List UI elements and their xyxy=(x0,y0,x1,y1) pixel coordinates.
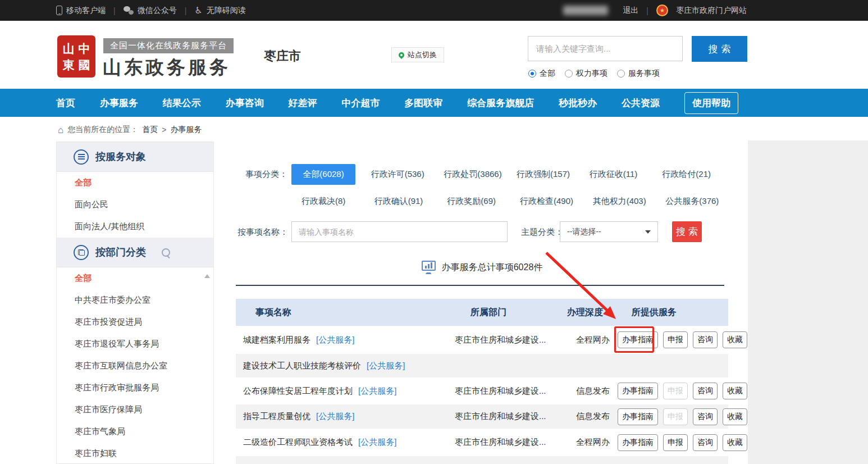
sidebar-dept-medical-insurance[interactable]: 枣庄市医疗保障局 xyxy=(57,399,213,421)
nav-multi-review[interactable]: 多图联审 xyxy=(404,97,442,110)
consult-button[interactable]: 咨询 xyxy=(693,434,718,451)
nav-help-button[interactable]: 使用帮助 xyxy=(684,92,738,114)
apply-button[interactable]: 申报 xyxy=(663,331,688,348)
public-service-tag[interactable]: [公共服务] xyxy=(316,411,354,422)
scrollbar-up-arrow[interactable] xyxy=(204,274,210,278)
sidebar-dept-veterans[interactable]: 枣庄市退役军人事务局 xyxy=(57,333,213,355)
category-tab-reward[interactable]: 行政奖励(69) xyxy=(437,196,510,207)
sidebar-dept-all[interactable]: 全部 xyxy=(57,267,213,289)
nav-public-resources[interactable]: 公共资源 xyxy=(622,97,660,110)
guide-button[interactable]: 办事指南 xyxy=(618,383,658,399)
radio-all[interactable]: 全部 xyxy=(528,69,555,79)
item-name-input[interactable] xyxy=(292,222,507,242)
guide-button[interactable]: 办事指南 xyxy=(618,408,658,425)
public-service-tag[interactable]: [公共服务] xyxy=(367,361,405,371)
accessibility-link[interactable]: ♿ 无障碍阅读 xyxy=(194,6,245,16)
separator: | xyxy=(646,6,648,15)
main-nav: 首页 办事服务 结果公示 办事咨询 好差评 中介超市 多图联审 综合服务旗舰店 … xyxy=(0,89,868,117)
sidebar: 按服务对象 全部 面向公民 面向法人/其他组织 按部门分类 全部 中共枣庄市委办… xyxy=(56,142,214,464)
sidebar-dept-internet-info[interactable]: 枣庄市互联网信息办公室 xyxy=(57,355,213,377)
sidebar-dept-committee-office[interactable]: 中共枣庄市委办公室 xyxy=(57,289,213,311)
favorite-button[interactable]: 收藏 xyxy=(723,408,747,425)
consult-button[interactable]: 咨询 xyxy=(693,408,718,425)
filter-search-button[interactable]: 搜索 xyxy=(672,221,702,242)
search-icon[interactable] xyxy=(162,248,170,257)
category-tab-ruling[interactable]: 行政裁决(8) xyxy=(291,196,364,207)
item-depth: 信息发布 xyxy=(559,386,609,397)
guide-button[interactable]: 办事指南 xyxy=(618,331,658,348)
category-tab-confirmation[interactable]: 行政确认(91) xyxy=(364,196,437,207)
apply-button[interactable]: 申报 xyxy=(663,434,688,451)
radio-service-items[interactable]: 服务事项 xyxy=(617,69,660,79)
item-name-link[interactable]: 公布保障性安居工程年度计划 xyxy=(243,386,353,397)
guide-button[interactable]: 办事指南 xyxy=(618,434,658,451)
wechat-link[interactable]: 微信公众号 xyxy=(124,6,177,16)
site-title: 山东政务服务 xyxy=(103,55,231,80)
consult-button[interactable]: 咨询 xyxy=(693,383,718,399)
favorite-button[interactable]: 收藏 xyxy=(723,383,747,399)
radio-all-label: 全部 xyxy=(540,69,555,79)
breadcrumb-prefix: 您当前所在的位置： xyxy=(67,125,138,135)
topic-select[interactable]: --请选择-- xyxy=(560,221,658,242)
nav-rating[interactable]: 好差评 xyxy=(289,97,317,110)
category-tab-coercion[interactable]: 行政强制(157) xyxy=(510,169,583,180)
item-name-link[interactable]: 二级造价工程师职业资格考试 xyxy=(243,437,353,448)
item-name-link[interactable]: 指导工程质量创优 xyxy=(243,411,310,422)
logout-button[interactable]: 退出 xyxy=(623,6,638,16)
topbar-right: 退出 | ★ 枣庄市政府门户网站 xyxy=(563,4,747,16)
category-tab-all[interactable]: 全部(6028) xyxy=(291,164,355,185)
table-body: 城建档案利用服务 [公共服务] 枣庄市住房和城乡建设... 全程网办 办事指南 … xyxy=(236,326,728,464)
nav-flagship-store[interactable]: 综合服务旗舰店 xyxy=(467,97,534,110)
favorite-button[interactable]: 收藏 xyxy=(723,331,747,348)
site-switch-button[interactable]: 站点切换 xyxy=(391,47,444,62)
public-service-tag[interactable]: [公共服务] xyxy=(358,386,396,397)
sidebar-dept-admin-approval[interactable]: 枣庄市行政审批服务局 xyxy=(57,377,213,399)
mobile-client-link[interactable]: 移动客户端 xyxy=(56,6,106,16)
city-name: 枣庄市 xyxy=(264,48,301,65)
nav-agency-market[interactable]: 中介超市 xyxy=(341,97,380,110)
sidebar-item-legal-persons[interactable]: 面向法人/其他组织 xyxy=(57,216,213,238)
item-name-link[interactable]: 建设技术工人职业技能考核评价 xyxy=(243,361,361,371)
separator: | xyxy=(185,6,187,15)
home-icon: ⌂ xyxy=(58,125,63,135)
username-redacted xyxy=(563,6,608,15)
mobile-client-label: 移动客户端 xyxy=(66,6,106,16)
favorite-button[interactable]: 收藏 xyxy=(723,434,747,451)
sidebar-item-all-targets[interactable]: 全部 xyxy=(57,172,213,194)
item-department: 枣庄市住房和城乡建设... xyxy=(449,386,559,397)
category-tab-other-powers[interactable]: 其他权力(403) xyxy=(583,196,656,207)
item-name-label: 按事项名称： xyxy=(237,227,288,238)
col-services: 所提供服务 xyxy=(609,307,728,319)
nav-instant-approval[interactable]: 秒批秒办 xyxy=(559,97,597,110)
category-tab-penalty[interactable]: 行政处罚(3866) xyxy=(437,169,510,180)
sidebar-dept-meteorology[interactable]: 枣庄市气象局 xyxy=(57,421,213,443)
category-tab-inspection[interactable]: 行政检查(490) xyxy=(510,196,583,207)
public-service-tag[interactable]: [公共服务] xyxy=(316,335,354,345)
sidebar-dept-investment[interactable]: 枣庄市投资促进局 xyxy=(57,311,213,333)
item-name-link[interactable]: 城建档案利用服务 xyxy=(243,335,310,345)
header-search-button[interactable]: 搜索 xyxy=(692,36,747,62)
sidebar-item-citizens[interactable]: 面向公民 xyxy=(57,194,213,216)
category-tab-payment[interactable]: 行政给付(21) xyxy=(655,169,728,180)
seal-char: 東 xyxy=(61,57,76,73)
top-utility-bar: 移动客户端 | 微信公众号 | ♿ 无障碍阅读 退出 | ★ 枣庄市政府门户网站 xyxy=(0,0,868,21)
nav-results[interactable]: 结果公示 xyxy=(163,97,201,110)
breadcrumb-home-link[interactable]: 首页 xyxy=(142,125,158,135)
section-title: 按服务对象 xyxy=(95,150,146,163)
nav-services[interactable]: 办事服务 xyxy=(100,97,138,110)
radio-icon-checked xyxy=(528,70,536,78)
sidebar-dept-womens-federation[interactable]: 枣庄市妇联 xyxy=(57,443,213,464)
radio-power-items[interactable]: 权力事项 xyxy=(565,69,607,79)
category-tab-license[interactable]: 行政许可(536) xyxy=(364,169,437,180)
category-tab-levy[interactable]: 行政征收(11) xyxy=(583,169,656,180)
keyword-search-input[interactable] xyxy=(528,37,682,61)
nav-consult[interactable]: 办事咨询 xyxy=(226,97,264,110)
keyword-search-box xyxy=(528,36,683,61)
wechat-label: 微信公众号 xyxy=(138,6,177,16)
category-tab-public-service[interactable]: 公共服务(376) xyxy=(655,196,728,207)
table-row-partial xyxy=(236,456,728,464)
nav-home[interactable]: 首页 xyxy=(56,97,75,110)
public-service-tag[interactable]: [公共服务] xyxy=(358,437,396,448)
city-portal-link[interactable]: 枣庄市政府门户网站 xyxy=(676,6,747,16)
consult-button[interactable]: 咨询 xyxy=(693,331,718,348)
